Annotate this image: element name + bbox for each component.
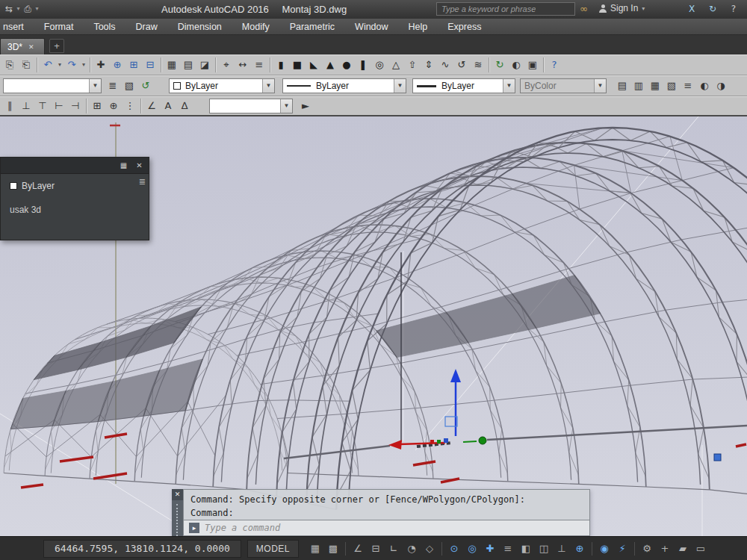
menu-item-tools[interactable]: Tools <box>93 22 115 32</box>
selection-cycling-icon[interactable]: ◫ <box>535 540 553 558</box>
presspull-icon[interactable]: ⇕ <box>421 57 437 73</box>
customize-icon[interactable]: ⇆ <box>3 2 15 16</box>
command-input[interactable]: ▸ Type a command <box>183 520 590 536</box>
menu-item-modify[interactable]: Modify <box>242 22 270 32</box>
customize-dropdown-arrow[interactable]: ▾ <box>15 2 22 16</box>
workspace-switching-icon[interactable]: ⚙ <box>638 540 656 558</box>
wedge-icon[interactable]: ◣ <box>306 57 322 73</box>
pan-icon[interactable]: ✚ <box>93 57 109 73</box>
sign-in-dropdown-arrow[interactable]: ▾ <box>642 5 645 12</box>
transparency-icon[interactable]: ◧ <box>517 540 535 558</box>
coordinates-display[interactable]: 64464.7595, 13810.1124, 0.0000 <box>43 540 241 558</box>
named-views-icon[interactable]: ▤ <box>180 57 196 73</box>
object-snap-icon[interactable]: ⊙ <box>445 540 463 558</box>
annotation-scale-icon[interactable]: ∆ <box>176 98 193 114</box>
osnap-parallel-icon[interactable]: ∥ <box>1 98 18 114</box>
isometric-drafting-icon[interactable]: ◇ <box>421 540 438 558</box>
cylinder-icon[interactable]: ❚ <box>355 57 371 73</box>
orbit-icon[interactable]: ↻ <box>492 57 508 73</box>
osnap-midpoint-icon[interactable]: ⊤ <box>34 98 51 114</box>
sync-settings-icon[interactable]: ↻ <box>707 2 719 16</box>
menu-item-nsert[interactable]: nsert <box>3 22 24 32</box>
dynamic-input-icon[interactable]: ⊟ <box>367 540 385 558</box>
text-style-dropdown-arrow[interactable]: ▼ <box>280 99 292 113</box>
command-close-button[interactable]: ✕ <box>172 489 183 500</box>
linetype-control[interactable]: ByLayer ▼ <box>282 78 406 93</box>
point-style-icon[interactable]: ⊞ <box>89 98 105 114</box>
list-icon[interactable]: ≡ <box>251 57 267 73</box>
clean-screen-icon[interactable]: ▭ <box>692 540 710 558</box>
multiline-text-icon[interactable]: ► <box>297 98 314 114</box>
markup-set-manager-icon[interactable]: ▧ <box>663 78 680 94</box>
menu-item-help[interactable]: Help <box>409 22 428 32</box>
command-grip-handle[interactable] <box>176 504 179 536</box>
3d-views-icon[interactable]: ◪ <box>196 57 213 73</box>
layer-states-icon[interactable]: ▧ <box>121 78 137 94</box>
help-icon[interactable]: ? <box>728 2 740 16</box>
revolve-icon[interactable]: ↺ <box>453 57 470 73</box>
render-presets-icon[interactable]: ◑ <box>713 78 729 94</box>
search-icon[interactable]: ∞ <box>580 3 588 14</box>
point-icon[interactable]: ⊕ <box>105 98 122 114</box>
file-tab-3d[interactable]: 3D* ✕ <box>0 38 45 55</box>
model-viewport[interactable]: ▦ ✕ ≣ ByLayer usak 3d ✕ Command: Specify… <box>0 116 747 536</box>
layer-dropdown-arrow[interactable]: ▼ <box>89 79 101 93</box>
ucs-icon[interactable]: ⌖ <box>218 57 235 73</box>
undo-icon[interactable]: ↶ <box>40 57 56 73</box>
pyramid-icon[interactable]: △ <box>388 57 404 73</box>
dynamic-ucs-icon[interactable]: ⊥ <box>553 540 571 558</box>
extrude-icon[interactable]: ⇧ <box>404 57 421 73</box>
sweep-icon[interactable]: ∿ <box>437 57 453 73</box>
plot-dropdown-arrow[interactable]: ▾ <box>34 2 40 16</box>
lineweight-icon[interactable]: ≡ <box>499 540 517 558</box>
palette-row-layer[interactable]: usak 3d <box>1 191 149 215</box>
zoom-previous-icon[interactable]: ⊟ <box>142 57 158 73</box>
annotation-monitor-icon[interactable]: + <box>656 540 674 558</box>
grid-display-icon[interactable]: ▦ <box>306 540 324 558</box>
color-dropdown-arrow[interactable]: ▼ <box>262 79 274 93</box>
viewports-icon[interactable]: ▦ <box>164 57 180 73</box>
visual-styles-icon[interactable]: ◐ <box>508 57 524 73</box>
menu-item-window[interactable]: Window <box>355 22 388 32</box>
osnap-perpendicular-icon[interactable]: ⊥ <box>18 98 34 114</box>
polysolid-icon[interactable]: ▮ <box>273 57 289 73</box>
selection-filtering-icon[interactable]: ⊕ <box>571 540 589 558</box>
selection-grip[interactable] <box>714 454 721 461</box>
menu-item-parametric[interactable]: Parametric <box>290 22 335 32</box>
menu-item-format[interactable]: Format <box>44 22 74 32</box>
object-snap-tracking-icon[interactable]: ✚ <box>481 540 499 558</box>
zoom-window-icon[interactable]: ⊞ <box>125 57 142 73</box>
box-icon[interactable]: ■ <box>289 57 306 73</box>
palette-grid-icon[interactable]: ▦ <box>118 160 129 171</box>
linetype-dropdown-arrow[interactable]: ▼ <box>394 79 406 93</box>
tab-close-icon[interactable]: ✕ <box>28 43 34 51</box>
osnap-endpoint-icon[interactable]: ⊢ <box>51 98 67 114</box>
model-space-button[interactable]: MODEL <box>247 540 299 558</box>
polar-tracking-icon[interactable]: ◔ <box>403 540 421 558</box>
menu-item-express[interactable]: Express <box>447 22 481 32</box>
osnap-node-icon[interactable]: ⊣ <box>67 98 84 114</box>
layer-properties-icon[interactable]: ≣ <box>105 78 121 94</box>
materials-icon[interactable]: ◐ <box>696 78 713 94</box>
new-tab-button[interactable]: + <box>49 39 64 53</box>
palette-close-button[interactable]: ✕ <box>134 160 145 171</box>
menu-item-draw[interactable]: Draw <box>136 22 158 32</box>
tool-palettes-icon[interactable]: ▥ <box>630 78 647 94</box>
text-style-icon[interactable]: A <box>160 98 176 114</box>
layer-previous-icon[interactable]: ↺ <box>137 78 154 94</box>
graphics-performance-icon[interactable]: ▰ <box>674 540 692 558</box>
command-grip[interactable]: ✕ <box>172 489 183 536</box>
paste-icon[interactable]: ⎗ <box>18 57 34 73</box>
copy-icon[interactable]: ⎘ <box>1 57 18 73</box>
ortho-mode-icon[interactable]: ∟ <box>385 540 403 558</box>
snap-mode-icon[interactable]: ▩ <box>324 540 342 558</box>
3d-object-snap-icon[interactable]: ◎ <box>463 540 481 558</box>
quickcalc-icon[interactable]: ≡ <box>680 78 696 94</box>
angle-icon[interactable]: ∠ <box>143 98 160 114</box>
search-input[interactable]: Type a keyword or phrase <box>436 2 575 16</box>
loft-icon[interactable]: ≋ <box>470 57 486 73</box>
redo-icon[interactable]: ↷ <box>63 57 80 73</box>
properties-palette-icon[interactable]: ▤ <box>614 78 630 94</box>
sheet-set-manager-icon[interactable]: ▦ <box>647 78 663 94</box>
color-control[interactable]: ByLayer ▼ <box>169 78 275 93</box>
